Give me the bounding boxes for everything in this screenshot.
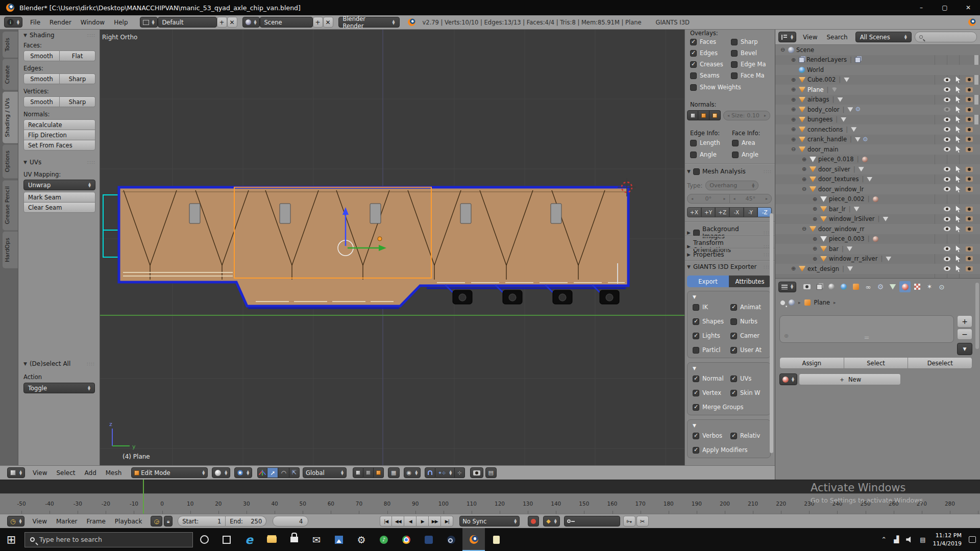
selectability-cursor-icon[interactable] [955,126,961,133]
vertex-normals-button[interactable] [687,110,698,120]
visibility-eye-icon[interactable] [944,117,950,122]
face-normals-button[interactable] [709,110,721,120]
prev-keyframe-button[interactable]: ◀◀ [392,516,404,527]
particl-checkbox[interactable] [693,347,699,354]
notes-icon[interactable] [485,528,507,551]
visibility-eye-icon[interactable] [944,107,950,112]
outliner-row-connections[interactable]: ⊕connections| [775,124,980,135]
layout-browse-button[interactable]: ▲▼ [140,17,158,28]
face-select-button[interactable] [374,467,384,478]
selectability-cursor-icon[interactable] [955,265,961,272]
mail-icon[interactable] [305,528,328,551]
renderability-camera-icon[interactable] [966,207,973,212]
expand-icon[interactable]: ⊕ [812,256,818,262]
tab-hardops[interactable]: HardOps [3,232,18,268]
unwrap-dropdown[interactable]: Unwrap▲▼ [23,180,95,190]
vertices-smooth-button[interactable]: Smooth [23,96,60,107]
faces-flat-button[interactable]: Flat [60,51,95,61]
settings-icon[interactable] [350,528,373,551]
expand-icon[interactable]: ⊕ [801,156,807,163]
verbos-checkbox[interactable] [693,433,699,439]
expand-icon[interactable]: ⊕ [812,216,818,222]
visibility-eye-icon[interactable] [944,167,950,171]
clear-seam-button[interactable]: Clear Seam [23,202,95,213]
new-material-button[interactable]: ＋New [799,373,901,385]
jump-to-start-button[interactable]: |◀ [380,516,392,527]
record-button[interactable] [528,516,539,527]
playback-range-clock-button[interactable]: ◶ [151,516,162,527]
analysis-type-dropdown[interactable]: Overhang▲▼ [705,181,758,190]
selectability-cursor-icon[interactable] [955,216,961,222]
rotate-manipulator-button[interactable]: ◠ [278,467,289,478]
action-toggle-dropdown[interactable]: Toggle▲▼ [23,383,95,393]
constraints-icon-tab[interactable]: ∞ [863,281,874,292]
split-normals-button[interactable] [698,110,709,120]
next-keyframe-button[interactable]: ▶▶ [429,516,441,527]
outliner-row-door-window-rr[interactable]: ⊖door_window_rr [775,224,980,234]
outliner-row-door-window-lr[interactable]: ⊖door_window_lr [775,184,980,194]
edge-icon[interactable] [238,528,260,551]
outliner-row-piece-0-002[interactable]: ⊕piece_0.002| [775,194,980,205]
object-breadcrumb-icon[interactable] [804,299,811,306]
outliner-row-bar-lr[interactable]: ⊕bar_lr| [775,204,980,214]
selectability-cursor-icon[interactable] [955,77,961,83]
expand-icon[interactable]: ⊕ [812,245,818,252]
maximize-button[interactable]: ▢ [933,0,957,15]
opengl-render-anim-button[interactable]: ▤ [485,467,497,478]
photos-icon[interactable] [328,528,350,551]
selectability-cursor-icon[interactable] [955,116,961,123]
selectability-cursor-icon[interactable] [955,166,961,172]
add-scene-button[interactable]: + [313,17,323,28]
sharp-checkbox[interactable] [731,39,738,45]
timeline-track-area[interactable] [0,480,980,493]
pivot-point-dropdown[interactable]: ▲▼ [234,467,252,478]
expand-icon[interactable]: ⊕ [790,106,797,113]
renderability-camera-icon[interactable] [966,187,973,192]
renderability-camera-icon[interactable] [966,87,973,92]
properties-scrollbar[interactable] [975,283,979,349]
selectability-cursor-icon[interactable] [955,206,961,212]
editor-type-3dview-button[interactable]: ▲▼ [7,467,25,478]
outliner-row-renderlayers[interactable]: ⊕RenderLayers| [775,55,980,65]
renderability-camera-icon[interactable] [966,177,973,182]
expand-icon[interactable]: ⊕ [790,57,797,63]
camer-checkbox[interactable] [730,333,737,339]
snap-element-dropdown[interactable]: ✦⊹▲▼ [435,467,455,478]
assign-button[interactable]: Assign [779,357,844,369]
renderability-camera-icon[interactable] [966,117,973,122]
scene-browse-button[interactable]: ▲▼ [242,17,260,28]
outliner-row-window-lrsilver[interactable]: ⊕window_lrSilver| [775,214,980,224]
timeline-ruler[interactable]: -50-40-30-20-100102030405060708090100110… [0,493,980,514]
keying-set-field[interactable] [564,516,620,527]
shading-panel-header[interactable]: ▼ Shading:::: [23,32,95,39]
menu-add[interactable]: Add [80,469,101,477]
visibility-eye-icon[interactable] [944,217,950,221]
blender-icon[interactable] [462,528,485,551]
menu-file[interactable]: File [26,19,45,26]
nurbs-checkbox[interactable] [730,318,737,325]
renderability-camera-icon[interactable] [966,227,973,232]
outliner-row-plane[interactable]: ⊕Plane| [775,85,980,95]
creases-checkbox[interactable] [690,61,697,68]
expand-icon[interactable]: ⊕ [801,166,807,172]
outliner-row-scene[interactable]: ⊖Scene [775,45,980,55]
texture-icon-tab[interactable] [912,281,923,292]
merge-groups-checkbox[interactable] [693,404,699,411]
cortana-icon[interactable] [193,528,215,551]
object-icon-tab[interactable] [850,281,862,292]
store-icon[interactable] [283,528,305,551]
keyboard-icon[interactable]: ▤ [920,536,925,543]
volume-icon[interactable] [906,537,913,543]
lock-time-button[interactable]: 🔒︎ [164,516,173,527]
background-images-panel-header[interactable]: ▶ Background Images:::: [687,226,772,240]
transform-orientation-dropdown[interactable]: Global▲▼ [303,467,347,478]
menu-view[interactable]: View [28,518,51,525]
edge-select-button[interactable] [363,467,374,478]
apply-modifiers-checkbox[interactable] [693,447,699,454]
tab-tools[interactable]: Tools [3,32,18,58]
slot-specials-menu-button[interactable]: ▼ [957,343,972,355]
taskbar-search-input[interactable]: Type here to search [24,532,193,547]
animat-checkbox[interactable] [730,304,737,311]
vertex-checkbox[interactable] [693,390,699,396]
scenes-filter-dropdown[interactable]: All Scenes▲▼ [855,32,912,42]
